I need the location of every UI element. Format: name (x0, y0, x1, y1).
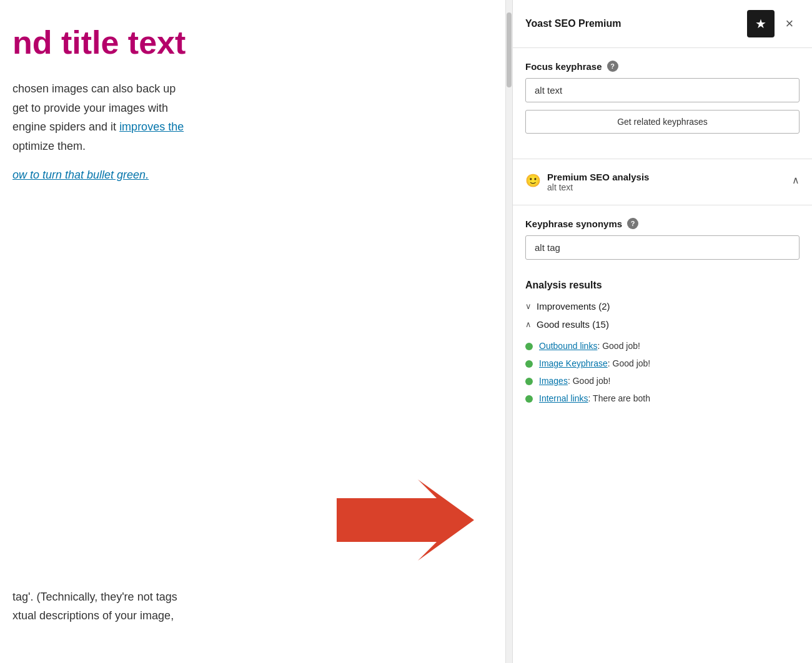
improvements-chevron-icon: ∨ (525, 302, 532, 311)
analysis-results-title: Analysis results (525, 280, 800, 291)
yoast-seo-panel: Yoast SEO Premium ★ × Focus keyphrase ? … (512, 0, 812, 663)
improvements-group: ∨ Improvements (2) (525, 301, 800, 312)
keyphrase-synonyms-input[interactable] (525, 235, 800, 260)
result-item-outbound-links: Outbound links: Good job! (525, 337, 800, 355)
focus-keyphrase-help-icon[interactable]: ? (607, 61, 618, 72)
image-keyphrase-text: : Good job! (608, 358, 651, 368)
seo-analysis-subtitle: alt text (547, 182, 649, 192)
seo-analysis-text: Premium SEO analysis alt text (547, 172, 649, 192)
improvements-group-header[interactable]: ∨ Improvements (2) (525, 301, 800, 312)
keyphrase-synonyms-label: Keyphrase synonyms ? (525, 218, 800, 229)
good-results-chevron-icon: ∧ (525, 320, 532, 329)
outbound-links-text: : Good job! (597, 341, 640, 351)
keyphrase-synonyms-section: Keyphrase synonyms ? (525, 218, 800, 267)
improves-link[interactable]: improves the (119, 120, 184, 133)
panel-title: Yoast SEO Premium (525, 18, 621, 29)
result-item-images: Images: Good job! (525, 372, 800, 390)
get-related-keyphrases-button[interactable]: Get related keyphrases (525, 110, 800, 134)
body-text-part3: engine spiders and it improves the (12, 120, 184, 133)
bottom-paragraph: tag'. (Technically, they're not tags xtu… (12, 587, 487, 626)
focus-keyphrase-label: Focus keyphrase ? (525, 61, 800, 72)
seo-analysis-title: Premium SEO analysis (547, 172, 649, 182)
result-item-internal-links: Internal links: There are both (525, 390, 800, 407)
article-title: nd title text (12, 25, 487, 61)
seo-analysis-section: 🙂 Premium SEO analysis alt text ∧ (525, 172, 800, 192)
seo-analysis-left: 🙂 Premium SEO analysis alt text (525, 172, 649, 192)
scrollbar-thumb[interactable] (507, 12, 512, 87)
internal-links-link[interactable]: Internal links (539, 393, 588, 403)
panel-header: Yoast SEO Premium ★ × (513, 0, 812, 48)
result-dot-green-4 (525, 395, 533, 403)
close-icon: × (786, 16, 794, 32)
star-icon: ★ (755, 16, 766, 31)
content-editor: nd title text chosen images can also bac… (0, 0, 506, 663)
result-item-image-keyphrase: Image Keyphrase: Good job! (525, 355, 800, 372)
result-text-2: Image Keyphrase: Good job! (539, 358, 650, 368)
images-text: : Good job! (568, 376, 611, 386)
focus-keyphrase-section: Focus keyphrase ? Get related keyphrases (525, 61, 800, 146)
result-text-4: Internal links: There are both (539, 393, 650, 403)
result-dot-green-3 (525, 378, 533, 385)
focus-keyphrase-input[interactable] (525, 78, 800, 102)
analysis-results-section: Analysis results ∨ Improvements (2) ∧ Go… (525, 280, 800, 412)
result-dot-green (525, 343, 533, 350)
star-button[interactable]: ★ (747, 10, 775, 37)
good-results-group: ∧ Good results (15) Outbound links: Good… (525, 319, 800, 407)
result-dot-green-2 (525, 360, 533, 368)
keyphrase-synonyms-help-icon[interactable]: ? (627, 218, 638, 229)
result-text: Outbound links: Good job! (539, 341, 640, 351)
svg-marker-0 (337, 479, 474, 561)
good-results-group-header[interactable]: ∧ Good results (15) (525, 319, 800, 330)
section-divider-2 (513, 205, 812, 205)
bullet-green-link[interactable]: ow to turn that bullet green. (12, 169, 487, 182)
seo-analysis-chevron-icon[interactable]: ∧ (792, 174, 800, 186)
images-link[interactable]: Images (539, 376, 568, 386)
improvements-group-label: Improvements (2) (537, 301, 610, 312)
close-button[interactable]: × (780, 14, 800, 34)
panel-header-actions: ★ × (747, 10, 800, 37)
outbound-links-link[interactable]: Outbound links (539, 341, 597, 351)
image-keyphrase-link[interactable]: Image Keyphrase (539, 358, 608, 368)
internal-links-text: : There are both (588, 393, 650, 403)
good-results-group-label: Good results (15) (537, 319, 609, 330)
smiley-icon: 🙂 (525, 173, 541, 188)
arrow-indicator (337, 479, 474, 563)
scrollbar[interactable] (506, 0, 512, 663)
body-paragraph-1: chosen images can also back up get to pr… (12, 79, 487, 155)
result-text-3: Images: Good job! (539, 376, 610, 386)
panel-content: Focus keyphrase ? Get related keyphrases… (513, 48, 812, 437)
section-divider-1 (513, 159, 812, 159)
